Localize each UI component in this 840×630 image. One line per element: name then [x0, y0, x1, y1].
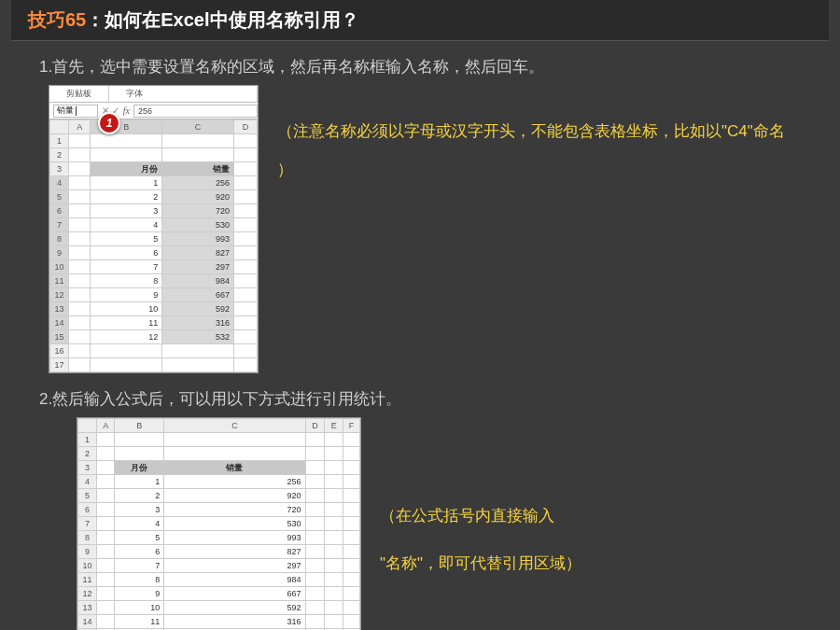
- row-header: 11: [50, 274, 69, 288]
- cell: [233, 358, 257, 372]
- cell: [69, 358, 91, 372]
- cell: 5: [115, 531, 164, 545]
- cell: 9: [115, 587, 164, 601]
- cell: [69, 232, 91, 246]
- cell: [97, 489, 115, 503]
- formula-bar: 销量 ✕ ✓ fx 256: [49, 103, 258, 119]
- row-header: 11: [78, 573, 97, 587]
- cell: [233, 330, 257, 344]
- cell: [97, 433, 115, 447]
- name-box[interactable]: 销量: [53, 105, 98, 118]
- cell: 256: [164, 475, 305, 489]
- cell: 1: [115, 475, 164, 489]
- cell: [97, 517, 115, 531]
- cell: [343, 475, 359, 489]
- cell: [343, 531, 359, 545]
- cell: 592: [164, 601, 305, 615]
- cell: 10: [91, 302, 162, 316]
- title-rest: ：如何在Excel中使用名称引用？: [86, 9, 358, 30]
- cell: 530: [164, 517, 305, 531]
- cell: 2: [91, 190, 162, 204]
- cell: [305, 615, 325, 629]
- cell: [69, 260, 91, 274]
- cell: [69, 274, 91, 288]
- cell: 4: [115, 517, 164, 531]
- cell: [343, 545, 359, 559]
- cell: [69, 190, 91, 204]
- cell: [164, 433, 305, 447]
- cell: 8: [115, 573, 164, 587]
- cell: [69, 302, 91, 316]
- cell: [343, 573, 359, 587]
- cell: 9: [91, 288, 162, 302]
- cell: 5: [91, 232, 162, 246]
- row-header: 1: [50, 134, 69, 148]
- cell: 316: [164, 615, 305, 629]
- step2-text: 2.然后输入公式后，可以用以下方式进行引用统计。: [39, 388, 829, 410]
- cell: [162, 148, 234, 162]
- row-header: 10: [78, 559, 97, 573]
- row-header: 4: [78, 475, 97, 489]
- row-header: 3: [50, 162, 69, 176]
- cell: [305, 559, 325, 573]
- row-header: 7: [78, 517, 97, 531]
- cell: [343, 503, 359, 517]
- cell: [69, 288, 91, 302]
- cell: [343, 433, 359, 447]
- cell: 销量: [164, 461, 305, 475]
- cell: [69, 162, 91, 176]
- cell: [325, 601, 343, 615]
- cell: 11: [115, 615, 164, 629]
- note2-line2: "名称"，即可代替引用区域）: [380, 539, 829, 587]
- cell: [97, 447, 115, 461]
- cell: [69, 204, 91, 218]
- cell: [343, 615, 359, 629]
- row-header: 6: [50, 204, 69, 218]
- cell: [305, 601, 325, 615]
- cell: [343, 559, 359, 573]
- cell: 667: [164, 587, 305, 601]
- col-header: A: [97, 419, 115, 433]
- cell: 984: [164, 573, 305, 587]
- note2-line1: （在公式括号内直接输入: [380, 492, 829, 539]
- cell: [343, 517, 359, 531]
- col-header: D: [233, 120, 257, 134]
- cell: [233, 344, 257, 358]
- cell: 11: [91, 316, 162, 330]
- cell: 592: [162, 302, 234, 316]
- cell: [162, 358, 234, 372]
- cell: [233, 260, 257, 274]
- row-header: 2: [78, 447, 97, 461]
- tip-number: 技巧65: [28, 9, 86, 30]
- row-header: 10: [50, 260, 69, 274]
- cell: 8: [91, 274, 162, 288]
- cell: [305, 433, 325, 447]
- cell: [305, 517, 325, 531]
- cell: [305, 587, 325, 601]
- cell: [233, 232, 257, 246]
- row-header: 13: [50, 302, 69, 316]
- cell: 月份: [91, 162, 162, 176]
- cell: [233, 134, 257, 148]
- cell: [91, 344, 162, 358]
- cell: [233, 218, 257, 232]
- cell: 3: [91, 204, 162, 218]
- cell: 月份: [115, 461, 164, 475]
- cell: [325, 447, 343, 461]
- cell: [325, 615, 343, 629]
- col-header: C: [162, 120, 234, 134]
- cell: [69, 134, 91, 148]
- cell: 667: [162, 288, 234, 302]
- col-header: A: [69, 120, 91, 134]
- cell: 993: [164, 531, 305, 545]
- cell: 4: [91, 218, 162, 232]
- cell: [69, 218, 91, 232]
- cell: 530: [162, 218, 234, 232]
- excel-screenshot-1: 剪贴板 字体 销量 ✕ ✓ fx 256 ABCD123月份销量41256529…: [49, 85, 259, 373]
- cell: [164, 447, 305, 461]
- cell: [69, 330, 91, 344]
- row-header: 13: [78, 601, 97, 615]
- cell: [325, 475, 343, 489]
- cell: [91, 148, 162, 162]
- cell: [115, 447, 164, 461]
